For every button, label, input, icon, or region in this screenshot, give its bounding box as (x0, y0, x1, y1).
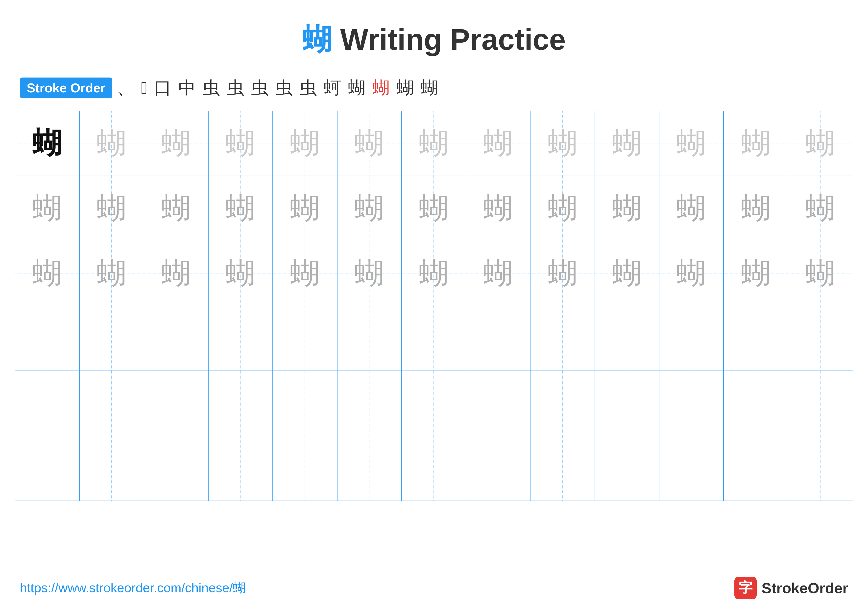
cell-1-2[interactable]: 蝴 (80, 111, 144, 176)
grid-row-4 (16, 306, 852, 371)
cell-2-3[interactable]: 蝴 (144, 176, 209, 241)
cell-3-1[interactable]: 蝴 (16, 241, 80, 306)
cell-4-10[interactable] (595, 306, 659, 370)
cell-6-12[interactable] (724, 436, 788, 501)
cell-4-5[interactable] (273, 306, 337, 370)
cell-1-9[interactable]: 蝴 (530, 111, 595, 176)
cell-5-10[interactable] (595, 371, 659, 435)
char-medium: 蝴 (33, 253, 62, 294)
stroke-13: 蝴 (397, 79, 414, 96)
cell-2-9[interactable]: 蝴 (530, 176, 595, 241)
char-light: 蝴 (676, 123, 706, 164)
cell-3-12[interactable]: 蝴 (724, 241, 788, 306)
cell-1-13[interactable]: 蝴 (788, 111, 852, 176)
cell-3-4[interactable]: 蝴 (209, 241, 273, 306)
cell-6-8[interactable] (466, 436, 530, 501)
cell-3-13[interactable]: 蝴 (788, 241, 852, 306)
cell-4-4[interactable] (209, 306, 273, 370)
cell-3-3[interactable]: 蝴 (144, 241, 209, 306)
cell-6-5[interactable] (273, 436, 337, 501)
strokeorder-logo-icon: 字 (735, 577, 756, 599)
cell-5-13[interactable] (788, 371, 852, 435)
cell-6-10[interactable] (595, 436, 659, 501)
cell-6-7[interactable] (402, 436, 466, 501)
cell-6-6[interactable] (338, 436, 402, 501)
cell-5-2[interactable] (80, 371, 144, 435)
char-medium: 蝴 (548, 188, 578, 229)
cell-2-11[interactable]: 蝴 (659, 176, 724, 241)
cell-4-12[interactable] (724, 306, 788, 370)
cell-3-5[interactable]: 蝴 (273, 241, 337, 306)
cell-1-6[interactable]: 蝴 (338, 111, 402, 176)
cell-5-11[interactable] (659, 371, 724, 435)
cell-4-6[interactable] (338, 306, 402, 370)
cell-6-4[interactable] (209, 436, 273, 501)
cell-5-7[interactable] (402, 371, 466, 435)
cell-5-5[interactable] (273, 371, 337, 435)
cell-1-11[interactable]: 蝴 (659, 111, 724, 176)
cell-4-9[interactable] (530, 306, 595, 370)
char-light: 蝴 (548, 123, 578, 164)
stroke-11: 蝴 (348, 79, 366, 96)
cell-4-2[interactable] (80, 306, 144, 370)
cell-4-1[interactable] (16, 306, 80, 370)
cell-2-8[interactable]: 蝴 (466, 176, 530, 241)
cell-5-6[interactable] (338, 371, 402, 435)
cell-2-13[interactable]: 蝴 (788, 176, 852, 241)
cell-1-5[interactable]: 蝴 (273, 111, 337, 176)
cell-5-12[interactable] (724, 371, 788, 435)
cell-6-13[interactable] (788, 436, 852, 501)
cell-1-1[interactable]: 蝴 (16, 111, 80, 176)
char-light: 蝴 (290, 123, 320, 164)
stroke-10: 蚵 (324, 79, 341, 96)
cell-2-1[interactable]: 蝴 (16, 176, 80, 241)
stroke-order-badge: Stroke Order (20, 78, 112, 98)
stroke-order-section: Stroke Order 、 𠃌 口 中 虫 虫 虫 虫 虫 蚵 蝴 蝴 蝴 蝴 (0, 70, 868, 106)
char-light: 蝴 (741, 123, 771, 164)
cell-5-4[interactable] (209, 371, 273, 435)
cell-4-8[interactable] (466, 306, 530, 370)
cell-2-10[interactable]: 蝴 (595, 176, 659, 241)
cell-3-9[interactable]: 蝴 (530, 241, 595, 306)
cell-2-2[interactable]: 蝴 (80, 176, 144, 241)
practice-grid: 蝴 蝴 蝴 蝴 蝴 蝴 蝴 蝴 蝴 蝴 蝴 蝴 蝴 蝴 蝴 蝴 蝴 蝴 蝴 蝴 … (15, 111, 853, 501)
stroke-9: 虫 (300, 79, 317, 96)
cell-1-4[interactable]: 蝴 (209, 111, 273, 176)
cell-2-12[interactable]: 蝴 (724, 176, 788, 241)
cell-2-4[interactable]: 蝴 (209, 176, 273, 241)
cell-1-3[interactable]: 蝴 (144, 111, 209, 176)
cell-6-11[interactable] (659, 436, 724, 501)
cell-2-6[interactable]: 蝴 (338, 176, 402, 241)
footer-url[interactable]: https://www.strokeorder.com/chinese/蝴 (20, 579, 246, 597)
stroke-chars: 、 𠃌 口 中 虫 虫 虫 虫 虫 蚵 蝴 蝴 蝴 蝴 (117, 79, 439, 96)
cell-5-3[interactable] (144, 371, 209, 435)
cell-6-1[interactable] (16, 436, 80, 501)
cell-6-2[interactable] (80, 436, 144, 501)
cell-4-13[interactable] (788, 306, 852, 370)
cell-3-6[interactable]: 蝴 (338, 241, 402, 306)
stroke-3: 口 (154, 79, 172, 96)
cell-3-2[interactable]: 蝴 (80, 241, 144, 306)
cell-5-8[interactable] (466, 371, 530, 435)
stroke-5: 虫 (203, 79, 220, 96)
char-light: 蝴 (419, 123, 449, 164)
cell-1-7[interactable]: 蝴 (402, 111, 466, 176)
cell-6-3[interactable] (144, 436, 209, 501)
cell-1-8[interactable]: 蝴 (466, 111, 530, 176)
cell-3-11[interactable]: 蝴 (659, 241, 724, 306)
cell-1-10[interactable]: 蝴 (595, 111, 659, 176)
cell-3-7[interactable]: 蝴 (402, 241, 466, 306)
cell-2-7[interactable]: 蝴 (402, 176, 466, 241)
cell-4-7[interactable] (402, 306, 466, 370)
cell-2-5[interactable]: 蝴 (273, 176, 337, 241)
char-medium: 蝴 (741, 253, 771, 294)
cell-3-10[interactable]: 蝴 (595, 241, 659, 306)
cell-5-9[interactable] (530, 371, 595, 435)
cell-4-11[interactable] (659, 306, 724, 370)
cell-6-9[interactable] (530, 436, 595, 501)
cell-3-8[interactable]: 蝴 (466, 241, 530, 306)
cell-5-1[interactable] (16, 371, 80, 435)
cell-4-3[interactable] (144, 306, 209, 370)
cell-1-12[interactable]: 蝴 (724, 111, 788, 176)
grid-row-5 (16, 371, 852, 436)
